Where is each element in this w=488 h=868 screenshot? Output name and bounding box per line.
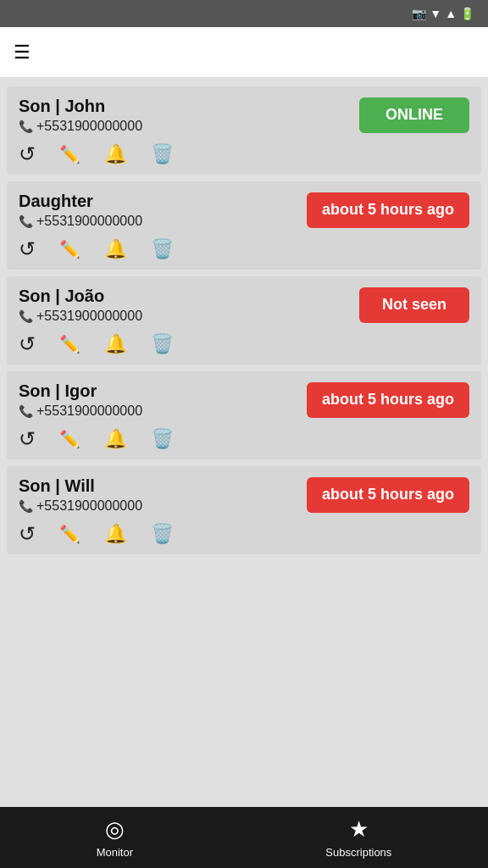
contact-name-daughter: Daughter: [19, 192, 142, 211]
status-badge-son-will: about 5 hours ago: [307, 477, 469, 513]
nav-item-subscriptions[interactable]: ★ Subscriptions: [325, 816, 391, 859]
bottom-nav: ◎ Monitor ★ Subscriptions: [0, 807, 488, 868]
edit-button-son-will[interactable]: ✏️: [59, 524, 80, 544]
contact-card-son-joao: Son | João 📞 +5531900000000 Not seen ↺ ✏…: [7, 276, 481, 364]
status-icons: 📷 ▼ ▲ 🔋: [412, 7, 478, 20]
signal-icon: ▲: [445, 7, 457, 20]
card-info-son-igor: Son | Igor 📞 +5531900000000: [19, 381, 142, 419]
delete-button-daughter[interactable]: 🗑️: [151, 238, 174, 260]
contact-phone-son-joao: 📞 +5531900000000: [19, 309, 142, 324]
nav-label-monitor: Monitor: [97, 846, 133, 859]
bell-button-son-igor[interactable]: 🔔: [104, 428, 127, 450]
card-info-son-will: Son | Will 📞 +5531900000000: [19, 476, 142, 514]
history-button-son-joao[interactable]: ↺: [19, 332, 36, 356]
bell-button-son-john[interactable]: 🔔: [104, 143, 127, 165]
status-badge-son-joao: Not seen: [359, 287, 469, 323]
contact-phone-son-will: 📞 +5531900000000: [19, 498, 142, 514]
card-actions-son-joao: ↺ ✏️ 🔔 🗑️: [19, 332, 469, 356]
history-button-son-will[interactable]: ↺: [19, 522, 36, 546]
card-info-daughter: Daughter 📞 +5531900000000: [19, 192, 142, 229]
bell-button-daughter[interactable]: 🔔: [104, 238, 127, 260]
contact-phone-daughter: 📞 +5531900000000: [19, 214, 142, 229]
phone-icon: 📞: [19, 309, 33, 323]
contact-phone-son-igor: 📞 +5531900000000: [19, 403, 142, 419]
card-top-son-igor: Son | Igor 📞 +5531900000000 about 5 hour…: [19, 381, 469, 419]
nav-icon-monitor: ◎: [105, 816, 125, 843]
edit-button-daughter[interactable]: ✏️: [59, 239, 80, 259]
card-top-son-joao: Son | João 📞 +5531900000000 Not seen: [19, 287, 469, 324]
card-actions-son-igor: ↺ ✏️ 🔔 🗑️: [19, 427, 469, 451]
contact-list: Son | John 📞 +5531900000000 ONLINE ↺ ✏️ …: [0, 78, 488, 807]
status-bar: 📷 ▼ ▲ 🔋: [0, 0, 488, 27]
contact-phone-son-john: 📞 +5531900000000: [19, 119, 142, 134]
bell-button-son-joao[interactable]: 🔔: [104, 333, 127, 355]
edit-button-son-joao[interactable]: ✏️: [59, 334, 80, 354]
nav-icon-subscriptions: ★: [349, 816, 369, 843]
card-actions-son-will: ↺ ✏️ 🔔 🗑️: [19, 522, 469, 546]
history-button-son-john[interactable]: ↺: [19, 142, 36, 166]
card-info-son-joao: Son | João 📞 +5531900000000: [19, 287, 142, 324]
card-top-son-john: Son | John 📞 +5531900000000 ONLINE: [19, 97, 469, 134]
edit-button-son-igor[interactable]: ✏️: [59, 429, 80, 449]
card-top-daughter: Daughter 📞 +5531900000000 about 5 hours …: [19, 192, 469, 229]
history-button-daughter[interactable]: ↺: [19, 237, 36, 261]
contact-name-son-igor: Son | Igor: [19, 381, 142, 401]
card-info-son-john: Son | John 📞 +5531900000000: [19, 97, 142, 134]
status-badge-son-john: ONLINE: [359, 97, 469, 133]
phone-icon: 📞: [19, 120, 33, 133]
card-top-son-will: Son | Will 📞 +5531900000000 about 5 hour…: [19, 476, 469, 514]
top-bar: ☰: [0, 27, 488, 78]
history-button-son-igor[interactable]: ↺: [19, 427, 36, 451]
contact-name-son-john: Son | John: [19, 97, 142, 116]
contact-name-son-will: Son | Will: [19, 476, 142, 496]
status-badge-son-igor: about 5 hours ago: [307, 382, 469, 418]
contact-name-son-joao: Son | João: [19, 287, 142, 306]
delete-button-son-igor[interactable]: 🗑️: [151, 428, 174, 450]
delete-button-son-will[interactable]: 🗑️: [151, 523, 174, 545]
wifi-icon: ▼: [430, 7, 441, 20]
card-actions-daughter: ↺ ✏️ 🔔 🗑️: [19, 237, 469, 261]
edit-button-son-john[interactable]: ✏️: [59, 144, 80, 164]
delete-button-son-joao[interactable]: 🗑️: [151, 333, 174, 355]
phone-icon: 📞: [19, 214, 33, 228]
contact-card-son-john: Son | John 📞 +5531900000000 ONLINE ↺ ✏️ …: [7, 86, 481, 175]
nav-label-subscriptions: Subscriptions: [325, 846, 391, 859]
contact-card-daughter: Daughter 📞 +5531900000000 about 5 hours …: [7, 181, 481, 270]
phone-icon: 📞: [19, 499, 33, 513]
phone-icon: 📞: [19, 404, 33, 418]
nav-item-monitor[interactable]: ◎ Monitor: [97, 816, 133, 859]
bell-button-son-will[interactable]: 🔔: [104, 523, 127, 545]
content-spacer: [7, 561, 481, 798]
delete-button-son-john[interactable]: 🗑️: [151, 143, 174, 165]
menu-icon[interactable]: ☰: [14, 42, 30, 64]
battery-icon: 🔋: [460, 7, 474, 20]
status-badge-daughter: about 5 hours ago: [307, 192, 469, 228]
contact-card-son-igor: Son | Igor 📞 +5531900000000 about 5 hour…: [7, 371, 481, 459]
card-actions-son-john: ↺ ✏️ 🔔 🗑️: [19, 142, 469, 166]
contact-card-son-will: Son | Will 📞 +5531900000000 about 5 hour…: [7, 466, 481, 554]
photo-icon: 📷: [412, 7, 426, 20]
